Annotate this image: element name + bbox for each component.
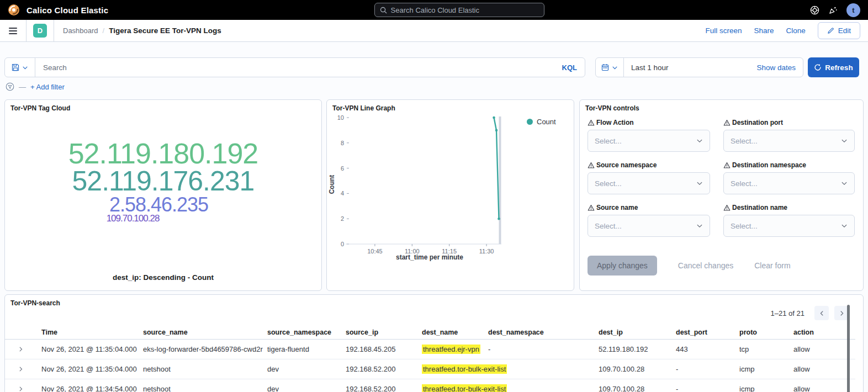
saved-query-menu[interactable] bbox=[5, 58, 35, 77]
tag-cloud-word[interactable]: 52.119.180.192 bbox=[5, 140, 321, 168]
query-search-input[interactable]: Search bbox=[35, 63, 554, 72]
control-field-label: Source name bbox=[588, 204, 710, 211]
column-header-source_namespace[interactable]: source_namespace bbox=[262, 329, 340, 336]
column-header-time[interactable]: Time bbox=[36, 329, 137, 336]
dashboard-app-badge[interactable]: D bbox=[33, 24, 47, 38]
panel-title: Tor-VPN-search bbox=[10, 299, 60, 307]
table-scrollbar[interactable] bbox=[847, 305, 850, 392]
warning-icon bbox=[588, 204, 595, 211]
chevron-down-icon bbox=[22, 65, 28, 71]
show-dates-button[interactable]: Show dates bbox=[749, 63, 803, 72]
warning-icon bbox=[723, 204, 731, 211]
tag-cloud-word[interactable]: 52.119.176.231 bbox=[5, 168, 321, 195]
full-screen-button[interactable]: Full screen bbox=[705, 27, 742, 35]
cell-dest_namespace: - bbox=[483, 345, 593, 353]
pagination-label: 1–21 of 21 bbox=[771, 309, 805, 317]
controls-grid: Flow ActionSelect...Destination portSele… bbox=[588, 119, 857, 237]
column-header-action[interactable]: action bbox=[788, 329, 855, 336]
table-header-row: Timesource_namesource_namespacesource_ip… bbox=[5, 325, 855, 340]
chevron-down-icon bbox=[696, 223, 703, 229]
line-chart-plot: 024681010:4511:0011:1511:30 bbox=[332, 113, 509, 256]
chevron-down-icon bbox=[841, 180, 848, 187]
column-header-dest_namespace[interactable]: dest_namespace bbox=[483, 329, 593, 336]
highlighted-value: threatfeed.ejr-vpn bbox=[422, 345, 480, 354]
menu-hamburger-icon[interactable] bbox=[0, 20, 27, 41]
control-select[interactable]: Select... bbox=[588, 215, 710, 237]
user-avatar[interactable]: t bbox=[846, 3, 860, 17]
whats-new-party-icon[interactable] bbox=[828, 6, 838, 15]
svg-text:2: 2 bbox=[341, 215, 344, 222]
tag-cloud: 52.119.180.19252.119.176.2312.58.46.2351… bbox=[5, 140, 321, 224]
control-field: Destination portSelect... bbox=[723, 119, 855, 152]
controls-buttons: Apply changes Cancel changes Clear form bbox=[588, 256, 791, 276]
query-bar: Search KQL Last 1 hour Show dates Refres… bbox=[4, 57, 859, 77]
breadcrumb: Dashboard / Tigera Secure EE Tor-VPN Log… bbox=[54, 27, 221, 35]
control-select[interactable]: Select... bbox=[588, 172, 710, 194]
cell-source_name: netshoot bbox=[137, 365, 262, 373]
control-field: Destination nameSelect... bbox=[723, 204, 855, 237]
nav-bar: D Dashboard / Tigera Secure EE Tor-VPN L… bbox=[0, 20, 868, 42]
svg-text:4: 4 bbox=[341, 190, 344, 197]
legend-label: Count bbox=[537, 118, 556, 126]
cell-time: Nov 26, 2021 @ 11:35:04.000 bbox=[36, 365, 137, 373]
pagination: 1–21 of 21 bbox=[771, 306, 849, 320]
expand-row-icon[interactable] bbox=[5, 366, 36, 372]
legend-item-count[interactable]: Count bbox=[527, 118, 556, 126]
time-range-value[interactable]: Last 1 hour bbox=[624, 63, 749, 72]
search-table-panel: Tor-VPN-search 1–21 of 21 Timesource_nam… bbox=[4, 294, 864, 392]
tag-cloud-word[interactable]: 2.58.46.235 bbox=[1, 195, 317, 214]
cell-dest_ip: 109.70.100.28 bbox=[593, 385, 670, 392]
cell-proto: icmp bbox=[734, 385, 788, 392]
column-header-dest_name[interactable]: dest_name bbox=[416, 329, 483, 336]
chevron-down-icon bbox=[696, 180, 703, 187]
cell-dest_name: threatfeed.tor-bulk-exit-list bbox=[416, 365, 483, 373]
edit-button[interactable]: Edit bbox=[818, 22, 860, 39]
control-select[interactable]: Select... bbox=[723, 130, 855, 152]
global-search-input[interactable]: Search Calico Cloud Elastic bbox=[374, 3, 544, 17]
cell-source_ip: 192.168.52.200 bbox=[340, 385, 416, 392]
svg-text:0: 0 bbox=[341, 241, 344, 247]
column-header-source_name[interactable]: source_name bbox=[137, 329, 262, 336]
share-button[interactable]: Share bbox=[754, 27, 774, 35]
clear-form-button[interactable]: Clear form bbox=[754, 261, 790, 270]
control-select[interactable]: Select... bbox=[723, 215, 855, 237]
refresh-icon bbox=[814, 63, 822, 71]
control-select[interactable]: Select... bbox=[588, 130, 710, 152]
control-select[interactable]: Select... bbox=[723, 172, 855, 194]
table-row: Nov 26, 2021 @ 11:35:04.000eks-log-forwa… bbox=[5, 340, 855, 359]
time-picker-menu[interactable] bbox=[596, 58, 624, 77]
cell-action: allow bbox=[788, 385, 855, 392]
panel-title: Tor-VPN controls bbox=[585, 104, 639, 112]
clone-button[interactable]: Clone bbox=[786, 27, 805, 35]
cell-dest_namespace: - bbox=[483, 385, 593, 392]
column-header-dest_ip[interactable]: dest_ip bbox=[593, 329, 670, 336]
filter-bar: — + Add filter bbox=[6, 82, 65, 91]
filter-dash: — bbox=[19, 83, 26, 91]
control-field: Flow ActionSelect... bbox=[588, 119, 710, 152]
breadcrumb-dashboard[interactable]: Dashboard bbox=[63, 27, 98, 35]
line-chart: Count 024681010:4511:0011:1511:30 Count … bbox=[330, 113, 571, 288]
kql-language-button[interactable]: KQL bbox=[554, 63, 585, 72]
apply-changes-button[interactable]: Apply changes bbox=[588, 256, 657, 276]
expand-row-icon[interactable] bbox=[5, 346, 36, 352]
calendar-icon bbox=[601, 63, 609, 71]
kql-search-box: Search KQL bbox=[4, 57, 585, 77]
legend-dot bbox=[527, 119, 533, 125]
cell-dest_name: threatfeed.ejr-vpn bbox=[416, 345, 483, 353]
help-icon[interactable] bbox=[810, 6, 819, 15]
cancel-changes-button[interactable]: Cancel changes bbox=[678, 261, 733, 270]
top-bar: Calico Cloud Elastic Search Calico Cloud… bbox=[0, 0, 868, 20]
expand-row-icon[interactable] bbox=[5, 386, 36, 392]
column-header-dest_port[interactable]: dest_port bbox=[670, 329, 734, 336]
cell-dest_namespace: - bbox=[483, 365, 593, 373]
tag-cloud-word[interactable]: 109.70.100.28 bbox=[0, 214, 291, 224]
add-filter-button[interactable]: + Add filter bbox=[30, 83, 65, 91]
results-table: Timesource_namesource_namespacesource_ip… bbox=[5, 325, 855, 392]
filter-menu-icon[interactable] bbox=[6, 82, 14, 91]
column-header-source_ip[interactable]: source_ip bbox=[340, 329, 416, 336]
column-header-proto[interactable]: proto bbox=[734, 329, 788, 336]
refresh-button[interactable]: Refresh bbox=[808, 57, 859, 77]
x-axis-label: start_time per minute bbox=[352, 253, 507, 261]
cell-proto: icmp bbox=[734, 365, 788, 373]
prev-page-button[interactable] bbox=[814, 306, 829, 320]
